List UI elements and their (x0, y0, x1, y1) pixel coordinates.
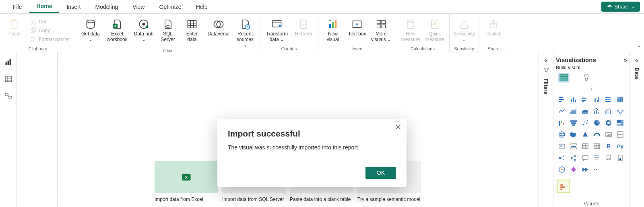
dialog-overlay: Import successful The visual was success… (0, 0, 644, 207)
dialog-close-button[interactable] (394, 123, 402, 130)
dialog-message: The visual was successfully imported int… (228, 144, 396, 151)
dialog-ok-button[interactable]: OK (365, 167, 396, 179)
import-success-dialog: Import successful The visual was success… (217, 119, 407, 187)
dialog-title: Import successful (228, 129, 396, 139)
